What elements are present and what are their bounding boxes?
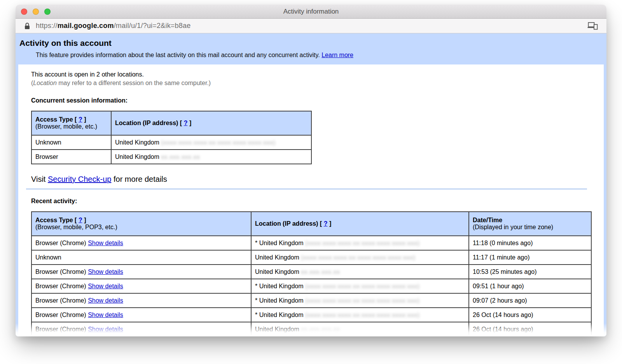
table-row: Browser (Chrome) Show details* United Ki…	[31, 293, 591, 308]
concurrent-col-access: Access Type [ ? ] (Browser, mobile, etc.…	[31, 111, 111, 135]
location-cell: United Kingdom (xxxx:xxxx:xxxx:xx:xxxx:x…	[251, 250, 469, 265]
recent-col-location: Location (IP address) [ ? ]	[251, 212, 469, 236]
concurrent-col-location: Location (IP address) [ ? ]	[111, 111, 311, 135]
learn-more-link[interactable]: Learn more	[321, 52, 353, 58]
concurrent-heading: Concurrent session information:	[31, 97, 604, 104]
datetime-cell: 10:53 (25 minutes ago)	[469, 265, 591, 279]
access-type-cell: Unknown	[31, 250, 251, 265]
redacted-ip: xx.xxx.xxx.xx	[301, 326, 340, 333]
help-icon[interactable]: ?	[79, 217, 82, 223]
window-titlebar: Activity information	[16, 5, 606, 19]
url-domain: mail.google.com	[58, 22, 114, 30]
recent-activity-table: Access Type [ ? ] (Browser, mobile, POP3…	[31, 211, 592, 336]
devices-icon[interactable]	[587, 22, 598, 30]
access-type-cell: Browser	[31, 150, 111, 164]
section-divider	[26, 188, 587, 190]
table-row: Browser (Chrome) Show details* United Ki…	[31, 236, 591, 250]
redacted-ip: (xxxx:xxxx:xxxx:xx:xxxx:xxxx:xxxx:xxx)	[305, 240, 420, 246]
redacted-ip: (xxxx:xxxx:xxxx:xx:xxxx:xxxx:xxxx:xxx)	[161, 139, 276, 146]
concurrent-header-row: Access Type [ ? ] (Browser, mobile, etc.…	[31, 111, 311, 135]
window-title: Activity information	[16, 8, 606, 16]
redacted-ip: xx.xxx.xxx.xx	[301, 268, 340, 275]
access-type-cell: Unknown	[31, 135, 111, 150]
open-locations-line: This account is open in 2 other location…	[31, 70, 604, 79]
location-cell: * United Kingdom (xxxx:xxxx:xxxx:xx:xxxx…	[251, 279, 469, 293]
access-type-cell: Browser (Chrome) Show details	[31, 265, 251, 279]
browser-window: Activity information https://mail.google…	[16, 5, 606, 336]
table-row: Browser (Chrome) Show detailsUnited King…	[31, 322, 591, 336]
datetime-cell: 11:17 (1 minute ago)	[469, 250, 591, 265]
location-cell: United Kingdom xx.xxx.xxx.xx	[251, 322, 469, 336]
help-icon[interactable]: ?	[79, 116, 82, 123]
location-cell: * United Kingdom (xxxx:xxxx:xxxx:xx:xxxx…	[251, 308, 469, 322]
recent-heading: Recent activity:	[31, 198, 604, 205]
access-type-cell: Browser (Chrome) Show details	[31, 279, 251, 293]
table-row: Browser (Chrome) Show detailsUnited King…	[31, 265, 591, 279]
help-icon[interactable]: ?	[324, 220, 328, 227]
location-cell: United Kingdom xx.xxx.xxx.xx	[251, 265, 469, 279]
datetime-cell: 26 Oct (14 hours ago)	[469, 308, 591, 322]
lock-icon	[24, 22, 30, 30]
table-row: Browser (Chrome) Show details* United Ki…	[31, 308, 591, 322]
recent-header-row: Access Type [ ? ] (Browser, mobile, POP3…	[31, 212, 591, 236]
show-details-link[interactable]: Show details	[88, 268, 123, 275]
concurrent-session-table: Access Type [ ? ] (Browser, mobile, etc.…	[31, 111, 312, 164]
page-content: This account is open in 2 other location…	[18, 64, 604, 336]
access-type-cell: Browser (Chrome) Show details	[31, 236, 251, 250]
show-details-link[interactable]: Show details	[88, 283, 123, 289]
security-checkup-link[interactable]: Security Check-up	[48, 175, 111, 183]
url-text[interactable]: https://mail.google.com/mail/u/1/?ui=2&i…	[36, 22, 190, 30]
recent-col-datetime: Date/Time (Displayed in your time zone)	[469, 212, 591, 236]
redacted-ip: (xxxx:xxxx:xxxx:xx:xxxx:xxxx:xxxx:xxx)	[305, 283, 420, 289]
recent-col-access: Access Type [ ? ] (Browser, mobile, POP3…	[31, 212, 251, 236]
page-banner: Activity on this account This feature pr…	[16, 33, 606, 64]
table-row: Browser (Chrome) Show details* United Ki…	[31, 279, 591, 293]
location-cell: * United Kingdom (xxxx:xxxx:xxxx:xx:xxxx…	[251, 236, 469, 250]
show-details-link[interactable]: Show details	[88, 312, 123, 318]
table-row: BrowserUnited Kingdom xx.xxx.xxx.xx	[31, 150, 311, 164]
redacted-ip: xx.xxx.xxx.xx	[161, 153, 200, 160]
url-path: /mail/u/1/?ui=2&ik=b8ae	[114, 22, 191, 30]
security-checkup-line: Visit Security Check-up for more details	[31, 175, 604, 184]
show-details-link[interactable]: Show details	[88, 326, 123, 333]
help-icon[interactable]: ?	[184, 120, 188, 126]
url-bar[interactable]: https://mail.google.com/mail/u/1/?ui=2&i…	[16, 19, 606, 33]
redacted-ip: (xxxx:xxxx:xxxx:xx:xxxx:xxxx:xxxx:xxx)	[305, 297, 420, 304]
show-details-link[interactable]: Show details	[88, 240, 123, 246]
access-type-cell: Browser (Chrome) Show details	[31, 293, 251, 308]
activity-page: Activity on this account This feature pr…	[16, 33, 606, 336]
access-type-cell: Browser (Chrome) Show details	[31, 322, 251, 336]
page-title: Activity on this account	[19, 38, 603, 48]
url-scheme: https://	[36, 22, 58, 30]
datetime-cell: 09:07 (2 hours ago)	[469, 293, 591, 308]
datetime-cell: 26 Oct (14 hours ago)	[469, 322, 591, 336]
datetime-cell: 11:18 (0 minutes ago)	[469, 236, 591, 250]
banner-description: This feature provides information about …	[36, 52, 603, 59]
table-row: UnknownUnited Kingdom (xxxx:xxxx:xxxx:xx…	[31, 135, 311, 150]
table-row: Unknown United Kingdom (xxxx:xxxx:xxxx:x…	[31, 250, 591, 265]
location-cell: United Kingdom xx.xxx.xxx.xx	[111, 150, 311, 164]
datetime-cell: 09:51 (1 hour ago)	[469, 279, 591, 293]
location-cell: United Kingdom (xxxx:xxxx:xxxx:xx:xxxx:x…	[111, 135, 311, 150]
location-cell: * United Kingdom (xxxx:xxxx:xxxx:xx:xxxx…	[251, 293, 469, 308]
redacted-ip: (xxxx:xxxx:xxxx:xx:xxxx:xxxx:xxxx:xxx)	[301, 254, 416, 261]
access-type-cell: Browser (Chrome) Show details	[31, 308, 251, 322]
location-note: (Location may refer to a different sessi…	[31, 79, 604, 87]
redacted-ip: (xxxx:xxxx:xxxx:xx:xxxx:xxxx:xxxx:xxx)	[305, 312, 420, 318]
show-details-link[interactable]: Show details	[88, 297, 123, 304]
